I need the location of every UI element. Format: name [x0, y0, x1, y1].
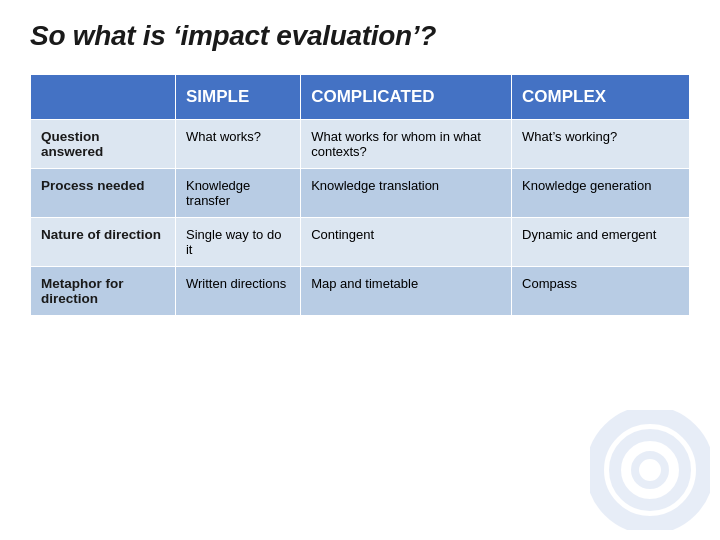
page-title: So what is ‘impact evaluation’? [30, 20, 690, 52]
header-complicated: COMPLICATED [301, 75, 512, 120]
svg-point-0 [595, 415, 705, 525]
header-simple: SIMPLE [175, 75, 300, 120]
row-label-1: Process needed [31, 169, 176, 218]
table-row: Question answered What works? What works… [31, 120, 690, 169]
row-complex-3: Compass [512, 267, 690, 316]
table-body: Question answered What works? What works… [31, 120, 690, 316]
header-complex: COMPLEX [512, 75, 690, 120]
row-complicated-1: Knowledge translation [301, 169, 512, 218]
table-header: SIMPLE COMPLICATED COMPLEX [31, 75, 690, 120]
row-simple-3: Written directions [175, 267, 300, 316]
table-row: Metaphor for direction Written direction… [31, 267, 690, 316]
row-label-0: Question answered [31, 120, 176, 169]
row-simple-2: Single way to do it [175, 218, 300, 267]
row-complex-0: What’s working? [512, 120, 690, 169]
decorative-circles [590, 410, 710, 530]
table-row: Nature of direction Single way to do it … [31, 218, 690, 267]
row-simple-1: Knowledge transfer [175, 169, 300, 218]
row-label-2: Nature of direction [31, 218, 176, 267]
row-complicated-2: Contingent [301, 218, 512, 267]
svg-point-2 [635, 455, 665, 485]
row-complicated-0: What works for whom in what contexts? [301, 120, 512, 169]
row-simple-0: What works? [175, 120, 300, 169]
impact-table: SIMPLE COMPLICATED COMPLEX Question answ… [30, 74, 690, 316]
header-label [31, 75, 176, 120]
table-row: Process needed Knowledge transfer Knowle… [31, 169, 690, 218]
row-complex-1: Knowledge generation [512, 169, 690, 218]
row-complicated-3: Map and timetable [301, 267, 512, 316]
row-complex-2: Dynamic and emergent [512, 218, 690, 267]
svg-point-1 [615, 435, 685, 505]
row-label-3: Metaphor for direction [31, 267, 176, 316]
page: So what is ‘impact evaluation’? SIMPLE C… [0, 0, 720, 540]
